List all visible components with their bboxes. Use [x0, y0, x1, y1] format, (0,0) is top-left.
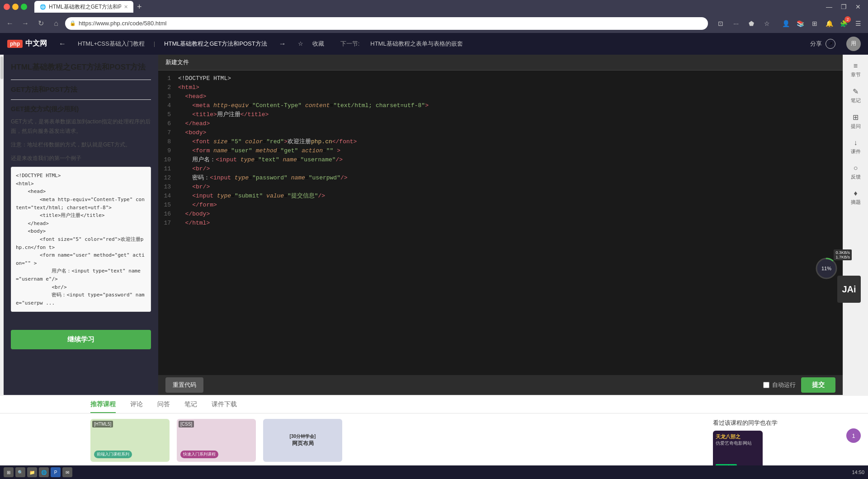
bottom-tabs: 推荐课程 评论 问答 笔记 课件下载 [0, 396, 868, 413]
reader-view-button[interactable]: ⊡ [714, 17, 727, 30]
questions-icon: ⊞ [853, 113, 859, 122]
notification-circle[interactable]: 1 [846, 428, 861, 443]
reset-button[interactable]: 重置代码 [165, 377, 203, 393]
more-button[interactable]: ··· [730, 17, 742, 30]
right-course-title: 天龙八部之 [716, 433, 760, 440]
taskbar-file[interactable]: 📁 [27, 467, 37, 477]
sidebar-label-excerpt: 摘题 [851, 199, 861, 206]
win-restore-button[interactable]: ❐ [837, 3, 850, 10]
taskbar-browser[interactable]: 🌐 [39, 467, 49, 477]
code-example: <!DOCTYPE HTML> <html> <head> <meta http… [11, 167, 151, 312]
code-area[interactable]: 1 <!DOCTYPE HTML> 2 <html> 3 <head> [158, 70, 843, 375]
course-card-3[interactable]: [30分钟学会] 网页布局 [263, 419, 342, 462]
share-label[interactable]: 分享 [810, 40, 822, 48]
code-line: 2 <html> [158, 83, 843, 92]
close-button[interactable] [4, 4, 10, 10]
speed-widget: 0.3KB/s 1.7KB/s [834, 249, 852, 260]
share-icon[interactable]: ↗ [826, 39, 835, 49]
code-line: 5 <title>用户注册</title> [158, 110, 843, 119]
section2-desc1: GET方式，是将表单数据追加到action指定的处理程序的后面，然后向服务器发出… [11, 117, 151, 136]
new-tab-button[interactable]: + [133, 2, 146, 12]
code-line: 3 <head> [158, 92, 843, 101]
start-button[interactable]: ⊞ [4, 467, 14, 477]
sidebar-label-feedback: 反馈 [851, 174, 861, 180]
editor-tab[interactable]: 新建文件 [158, 55, 843, 70]
section2-title: GET提交方式(很少用到) [11, 105, 151, 113]
sidebar-item-notes[interactable]: ✎ 笔记 [843, 84, 868, 108]
address-bar[interactable]: 🔒 https://www.php.cn/code/580.html [65, 17, 708, 30]
notification-count: 1 [852, 432, 855, 439]
progress-widget[interactable]: 11% 0.3KB/s 1.7KB/s [815, 257, 838, 280]
bookmark-icon: ☆ [298, 40, 303, 47]
right-sidebar: ≡ 章节 ✎ 笔记 ⊞ 提问 ↓ 课件 [843, 55, 868, 395]
code-line: 8 <font size="5" color="red">欢迎注册php.cn<… [158, 137, 843, 146]
tab-recommended-courses[interactable]: 推荐课程 [90, 400, 116, 413]
win-close-button[interactable]: ✕ [852, 3, 864, 10]
browser-tab[interactable]: 🌐 HTML基础教程之GET方法和P... ✕ [34, 1, 133, 13]
url-text: https://www.php.cn/code/580.html [79, 20, 166, 27]
menu-button[interactable]: ☰ [852, 17, 864, 30]
sidebar-item-questions[interactable]: ⊞ 提问 [843, 109, 868, 133]
section1-title: GET方法和POST方法 [11, 85, 151, 94]
pocket-button[interactable]: ⬟ [745, 17, 758, 30]
code-line: 12 密码：<input type="password" name="userp… [158, 174, 843, 183]
sidebar-item-courseware[interactable]: ↓ 课件 [843, 135, 868, 159]
library-button[interactable]: 📚 [794, 17, 807, 30]
profile-button[interactable]: 👤 [779, 17, 792, 30]
code-line: 9 <form name="user" method="get" action=… [158, 146, 843, 155]
logo-text: 中文网 [25, 39, 47, 48]
code-line: 10 用户名：<input type="text" name="username… [158, 155, 843, 164]
taskbar: ⊞ 🔍 📁 🌐 P ✉ 14:50 [0, 465, 868, 479]
submit-button[interactable]: 提交 [801, 377, 835, 393]
nav-next-button[interactable]: → [276, 38, 289, 50]
tab-close-icon[interactable]: ✕ [124, 4, 128, 10]
back-button[interactable]: ← [4, 17, 16, 30]
minimize-button[interactable] [12, 4, 19, 10]
tab-comments[interactable]: 评论 [130, 400, 143, 413]
course-card-1[interactable]: [HTML5] 前端入门课程系列 [90, 419, 170, 462]
win-minimize-button[interactable]: — [823, 3, 835, 10]
lock-icon: 🔒 [70, 20, 76, 26]
right-section-title: 看过该课程的同学也在学 [713, 419, 778, 427]
editor-footer: 重置代码 自动运行 提交 [158, 375, 843, 395]
svg-text:11%: 11% [821, 266, 831, 271]
courseware-icon: ↓ [854, 139, 858, 147]
left-panel: HTML基础教程之GET方法和POST方法 GET方法和POST方法 GET提交… [4, 55, 158, 395]
lesson-title: HTML基础教程之GET方法和POST方法 [11, 62, 151, 72]
tab-notes[interactable]: 笔记 [184, 400, 197, 413]
taskbar-mail[interactable]: ✉ [62, 467, 72, 477]
site-logo[interactable]: php 中文网 [7, 39, 47, 48]
sidebar-item-feedback[interactable]: ○ 反馈 [843, 160, 868, 184]
auto-run-label: 自动运行 [772, 381, 796, 389]
bookmark-label[interactable]: 收藏 [312, 40, 324, 48]
auto-run-checkbox[interactable] [763, 382, 769, 388]
notes-icon: ✎ [853, 87, 859, 96]
refresh-button[interactable]: ↻ [34, 17, 47, 30]
code-line: 14 <input type="submit" value="提交信息"/> [158, 192, 843, 201]
taskbar-search[interactable]: 🔍 [15, 467, 25, 477]
feedback-icon: ○ [854, 164, 858, 172]
code-line: 11 <br/> [158, 164, 843, 174]
code-line: 6 </head> [158, 119, 843, 128]
nav-current-label: HTML基础教程之GET方法和POST方法 [164, 40, 267, 48]
code-line: 17 </html> [158, 219, 843, 228]
bookmark-button[interactable]: ☆ [760, 17, 773, 30]
tab-courseware-download[interactable]: 课件下载 [212, 400, 237, 413]
sidebar-item-excerpt[interactable]: ♦ 摘题 [843, 186, 868, 209]
forward-button[interactable]: → [19, 17, 32, 30]
jai-element: JAi [837, 276, 861, 303]
maximize-button[interactable] [21, 4, 27, 10]
continue-button[interactable]: 继续学习 [11, 330, 151, 349]
sidebar-item-chapters[interactable]: ≡ 章节 [843, 58, 868, 82]
taskbar-php-icon[interactable]: P [51, 467, 61, 477]
next-lesson-link[interactable]: HTML基础教程之表单与表格的嵌套 [370, 40, 462, 48]
tab-qa[interactable]: 问答 [157, 400, 170, 413]
sidebar-button[interactable]: ⊞ [808, 17, 821, 30]
nav-prev-button[interactable]: ← [56, 38, 69, 50]
settings-button[interactable]: 🔔 [823, 17, 835, 30]
course-card-2[interactable]: [CSS] 快速入门系列课程 [177, 419, 256, 462]
home-button[interactable]: ⌂ [50, 17, 62, 30]
taskbar-time: 14:50 [852, 470, 864, 475]
nav-course-link[interactable]: HTML+CSS基础入门教程 [78, 40, 145, 48]
user-avatar[interactable]: 用 [846, 37, 861, 51]
